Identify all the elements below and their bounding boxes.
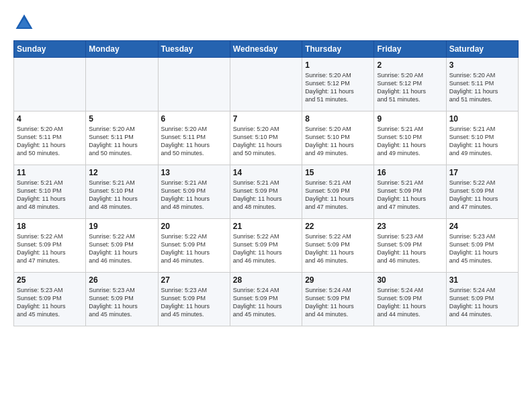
day-number: 18 bbox=[17, 222, 83, 231]
day-cell: 4Sunrise: 5:20 AM Sunset: 5:11 PM Daylig… bbox=[14, 111, 86, 165]
day-cell: 3Sunrise: 5:20 AM Sunset: 5:11 PM Daylig… bbox=[446, 58, 518, 111]
day-info: Sunrise: 5:21 AM Sunset: 5:10 PM Dayligh… bbox=[17, 179, 83, 212]
day-cell: 2Sunrise: 5:20 AM Sunset: 5:12 PM Daylig… bbox=[374, 58, 446, 111]
day-cell: 29Sunrise: 5:24 AM Sunset: 5:09 PM Dayli… bbox=[302, 273, 374, 326]
day-number: 14 bbox=[233, 168, 299, 177]
header-cell-saturday: Saturday bbox=[446, 41, 518, 58]
day-cell: 28Sunrise: 5:24 AM Sunset: 5:09 PM Dayli… bbox=[230, 273, 302, 326]
day-number: 9 bbox=[377, 114, 443, 124]
day-number: 10 bbox=[449, 114, 515, 124]
day-info: Sunrise: 5:23 AM Sunset: 5:09 PM Dayligh… bbox=[89, 286, 154, 319]
day-number: 1 bbox=[305, 60, 371, 70]
day-number: 28 bbox=[233, 275, 299, 285]
day-cell bbox=[158, 58, 230, 111]
day-info: Sunrise: 5:24 AM Sunset: 5:09 PM Dayligh… bbox=[233, 286, 299, 319]
day-number: 27 bbox=[161, 275, 227, 285]
day-number: 23 bbox=[377, 222, 443, 231]
day-info: Sunrise: 5:22 AM Sunset: 5:09 PM Dayligh… bbox=[305, 232, 371, 265]
day-cell: 23Sunrise: 5:23 AM Sunset: 5:09 PM Dayli… bbox=[374, 219, 446, 273]
day-number: 8 bbox=[305, 114, 371, 124]
day-info: Sunrise: 5:21 AM Sunset: 5:09 PM Dayligh… bbox=[233, 179, 299, 212]
day-number: 21 bbox=[233, 222, 299, 231]
day-cell bbox=[14, 58, 86, 111]
day-cell: 1Sunrise: 5:20 AM Sunset: 5:12 PM Daylig… bbox=[302, 58, 374, 111]
day-info: Sunrise: 5:23 AM Sunset: 5:09 PM Dayligh… bbox=[377, 232, 443, 265]
day-cell: 20Sunrise: 5:22 AM Sunset: 5:09 PM Dayli… bbox=[158, 219, 230, 273]
day-number: 30 bbox=[377, 275, 443, 285]
header-cell-wednesday: Wednesday bbox=[230, 41, 302, 58]
calendar-header: SundayMondayTuesdayWednesdayThursdayFrid… bbox=[14, 41, 519, 58]
day-number: 6 bbox=[161, 114, 227, 124]
logo bbox=[13, 12, 38, 34]
day-info: Sunrise: 5:20 AM Sunset: 5:12 PM Dayligh… bbox=[305, 71, 371, 104]
header-row: SundayMondayTuesdayWednesdayThursdayFrid… bbox=[14, 41, 519, 58]
day-info: Sunrise: 5:24 AM Sunset: 5:09 PM Dayligh… bbox=[449, 286, 515, 319]
logo-icon bbox=[13, 12, 35, 34]
day-info: Sunrise: 5:21 AM Sunset: 5:09 PM Dayligh… bbox=[161, 179, 227, 212]
day-info: Sunrise: 5:22 AM Sunset: 5:09 PM Dayligh… bbox=[89, 232, 154, 265]
day-cell bbox=[230, 58, 302, 111]
day-number: 16 bbox=[377, 168, 443, 177]
day-cell: 11Sunrise: 5:21 AM Sunset: 5:10 PM Dayli… bbox=[14, 165, 86, 219]
day-cell: 31Sunrise: 5:24 AM Sunset: 5:09 PM Dayli… bbox=[446, 273, 518, 326]
day-number: 26 bbox=[89, 275, 154, 285]
day-info: Sunrise: 5:20 AM Sunset: 5:11 PM Dayligh… bbox=[161, 125, 227, 158]
day-cell: 24Sunrise: 5:23 AM Sunset: 5:09 PM Dayli… bbox=[446, 219, 518, 273]
day-number: 29 bbox=[305, 275, 371, 285]
day-info: Sunrise: 5:20 AM Sunset: 5:10 PM Dayligh… bbox=[305, 125, 371, 158]
day-cell: 6Sunrise: 5:20 AM Sunset: 5:11 PM Daylig… bbox=[158, 111, 230, 165]
day-number: 3 bbox=[449, 60, 515, 70]
day-cell: 26Sunrise: 5:23 AM Sunset: 5:09 PM Dayli… bbox=[86, 273, 158, 326]
calendar-table: SundayMondayTuesdayWednesdayThursdayFrid… bbox=[13, 40, 519, 326]
week-row-3: 11Sunrise: 5:21 AM Sunset: 5:10 PM Dayli… bbox=[14, 165, 519, 219]
day-info: Sunrise: 5:20 AM Sunset: 5:10 PM Dayligh… bbox=[233, 125, 299, 158]
day-number: 22 bbox=[305, 222, 371, 231]
day-number: 17 bbox=[449, 168, 515, 177]
header-cell-monday: Monday bbox=[86, 41, 158, 58]
day-cell: 25Sunrise: 5:23 AM Sunset: 5:09 PM Dayli… bbox=[14, 273, 86, 326]
week-row-1: 1Sunrise: 5:20 AM Sunset: 5:12 PM Daylig… bbox=[14, 58, 519, 111]
day-info: Sunrise: 5:24 AM Sunset: 5:09 PM Dayligh… bbox=[305, 286, 371, 319]
day-info: Sunrise: 5:23 AM Sunset: 5:09 PM Dayligh… bbox=[449, 232, 515, 265]
day-info: Sunrise: 5:23 AM Sunset: 5:09 PM Dayligh… bbox=[161, 286, 227, 319]
day-info: Sunrise: 5:21 AM Sunset: 5:09 PM Dayligh… bbox=[377, 179, 443, 212]
day-number: 20 bbox=[161, 222, 227, 231]
calendar-body: 1Sunrise: 5:20 AM Sunset: 5:12 PM Daylig… bbox=[14, 58, 519, 326]
day-info: Sunrise: 5:21 AM Sunset: 5:09 PM Dayligh… bbox=[305, 179, 371, 212]
day-cell: 18Sunrise: 5:22 AM Sunset: 5:09 PM Dayli… bbox=[14, 219, 86, 273]
day-number: 2 bbox=[377, 60, 443, 70]
week-row-5: 25Sunrise: 5:23 AM Sunset: 5:09 PM Dayli… bbox=[14, 273, 519, 326]
day-info: Sunrise: 5:21 AM Sunset: 5:10 PM Dayligh… bbox=[89, 179, 154, 212]
day-cell: 5Sunrise: 5:20 AM Sunset: 5:11 PM Daylig… bbox=[86, 111, 158, 165]
day-info: Sunrise: 5:21 AM Sunset: 5:10 PM Dayligh… bbox=[449, 125, 515, 158]
day-number: 31 bbox=[449, 275, 515, 285]
header bbox=[13, 12, 519, 34]
day-cell: 14Sunrise: 5:21 AM Sunset: 5:09 PM Dayli… bbox=[230, 165, 302, 219]
day-number: 24 bbox=[449, 222, 515, 231]
day-number: 11 bbox=[17, 168, 83, 177]
day-cell: 27Sunrise: 5:23 AM Sunset: 5:09 PM Dayli… bbox=[158, 273, 230, 326]
day-cell: 12Sunrise: 5:21 AM Sunset: 5:10 PM Dayli… bbox=[86, 165, 158, 219]
day-cell: 21Sunrise: 5:22 AM Sunset: 5:09 PM Dayli… bbox=[230, 219, 302, 273]
day-number: 4 bbox=[17, 114, 83, 124]
header-cell-thursday: Thursday bbox=[302, 41, 374, 58]
day-cell: 10Sunrise: 5:21 AM Sunset: 5:10 PM Dayli… bbox=[446, 111, 518, 165]
day-cell: 13Sunrise: 5:21 AM Sunset: 5:09 PM Dayli… bbox=[158, 165, 230, 219]
day-info: Sunrise: 5:20 AM Sunset: 5:11 PM Dayligh… bbox=[89, 125, 154, 158]
header-cell-friday: Friday bbox=[374, 41, 446, 58]
day-info: Sunrise: 5:22 AM Sunset: 5:09 PM Dayligh… bbox=[17, 232, 83, 265]
day-info: Sunrise: 5:20 AM Sunset: 5:11 PM Dayligh… bbox=[449, 71, 515, 104]
day-number: 25 bbox=[17, 275, 83, 285]
header-cell-tuesday: Tuesday bbox=[158, 41, 230, 58]
day-cell: 17Sunrise: 5:22 AM Sunset: 5:09 PM Dayli… bbox=[446, 165, 518, 219]
week-row-2: 4Sunrise: 5:20 AM Sunset: 5:11 PM Daylig… bbox=[14, 111, 519, 165]
day-info: Sunrise: 5:22 AM Sunset: 5:09 PM Dayligh… bbox=[233, 232, 299, 265]
day-info: Sunrise: 5:21 AM Sunset: 5:10 PM Dayligh… bbox=[377, 125, 443, 158]
day-number: 19 bbox=[89, 222, 154, 231]
day-cell: 30Sunrise: 5:24 AM Sunset: 5:09 PM Dayli… bbox=[374, 273, 446, 326]
day-info: Sunrise: 5:20 AM Sunset: 5:11 PM Dayligh… bbox=[17, 125, 83, 158]
day-number: 7 bbox=[233, 114, 299, 124]
day-cell: 9Sunrise: 5:21 AM Sunset: 5:10 PM Daylig… bbox=[374, 111, 446, 165]
day-number: 15 bbox=[305, 168, 371, 177]
day-info: Sunrise: 5:23 AM Sunset: 5:09 PM Dayligh… bbox=[17, 286, 83, 319]
